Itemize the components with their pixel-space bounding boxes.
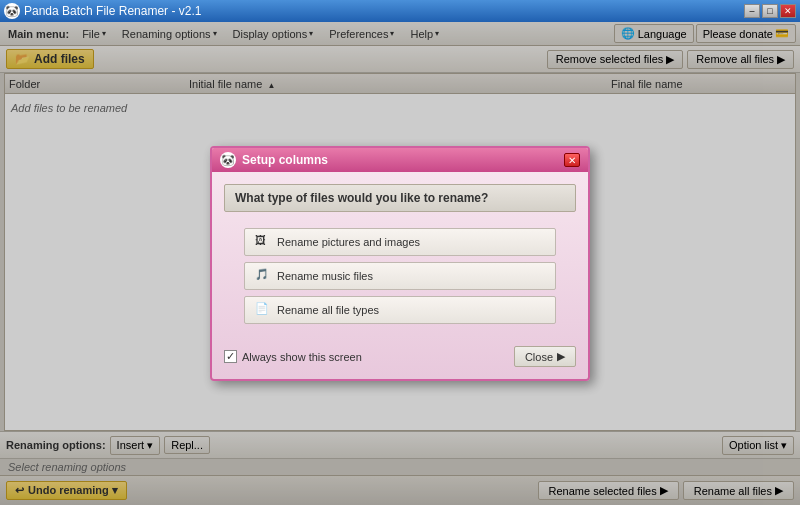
dialog-footer: ✓ Always show this screen Close ▶ <box>212 336 588 379</box>
dialog-question: What type of files would you like to ren… <box>224 184 576 212</box>
dialog-app-icon: 🐼 <box>220 152 236 168</box>
rename-music-button[interactable]: 🎵 Rename music files <box>244 262 556 290</box>
dialog-close-button[interactable]: Close ▶ <box>514 346 576 367</box>
title-bar-left: 🐼 Panda Batch File Renamer - v2.1 <box>4 3 201 19</box>
close-button[interactable]: ✕ <box>780 4 796 18</box>
dialog-title: Setup columns <box>242 153 328 167</box>
always-show-checkbox[interactable]: ✓ <box>224 350 237 363</box>
close-footer-icon: ▶ <box>557 350 565 363</box>
app-title: Panda Batch File Renamer - v2.1 <box>24 4 201 18</box>
title-bar-controls: – □ ✕ <box>744 4 796 18</box>
dialog-options: 🖼 Rename pictures and images 🎵 Rename mu… <box>224 228 576 324</box>
setup-columns-dialog: 🐼 Setup columns ✕ What type of files wou… <box>210 146 590 381</box>
modal-overlay: 🐼 Setup columns ✕ What type of files wou… <box>0 22 800 505</box>
all-files-icon: 📄 <box>255 302 271 318</box>
app-icon: 🐼 <box>4 3 20 19</box>
dialog-title-bar: 🐼 Setup columns ✕ <box>212 148 588 172</box>
title-bar: 🐼 Panda Batch File Renamer - v2.1 – □ ✕ <box>0 0 800 22</box>
music-icon: 🎵 <box>255 268 271 284</box>
dialog-title-left: 🐼 Setup columns <box>220 152 328 168</box>
pictures-icon: 🖼 <box>255 234 271 250</box>
minimize-button[interactable]: – <box>744 4 760 18</box>
maximize-button[interactable]: □ <box>762 4 778 18</box>
dialog-close-icon-button[interactable]: ✕ <box>564 153 580 167</box>
checkmark-icon: ✓ <box>226 350 235 363</box>
rename-all-types-button[interactable]: 📄 Rename all file types <box>244 296 556 324</box>
dialog-body: What type of files would you like to ren… <box>212 172 588 336</box>
rename-pictures-button[interactable]: 🖼 Rename pictures and images <box>244 228 556 256</box>
always-show-label[interactable]: ✓ Always show this screen <box>224 350 362 363</box>
